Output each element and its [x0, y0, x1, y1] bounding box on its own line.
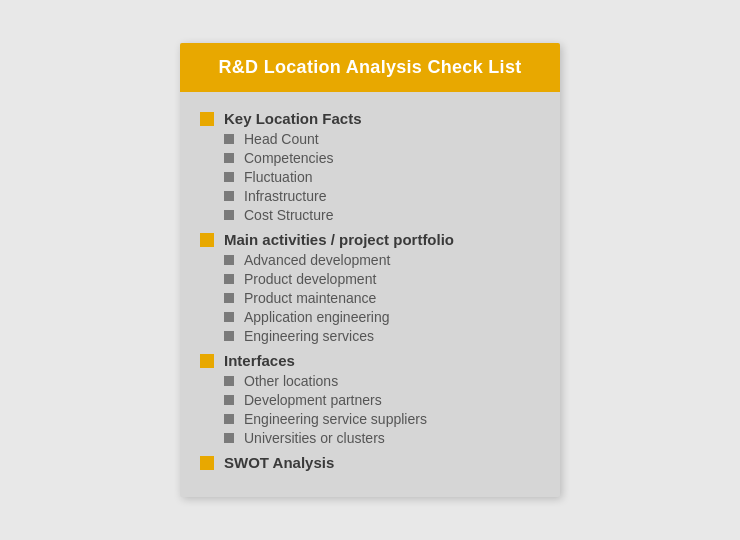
section-header-interfaces: Interfaces: [200, 352, 540, 369]
section-main-activities: Main activities / project portfolioAdvan…: [200, 231, 540, 344]
list-item: Engineering services: [224, 328, 540, 344]
bullet-icon: [224, 191, 234, 201]
list-item: Advanced development: [224, 252, 540, 268]
list-item: Cost Structure: [224, 207, 540, 223]
bullet-icon: [224, 312, 234, 322]
page-title: R&D Location Analysis Check List: [219, 57, 522, 77]
bullet-icon: [224, 395, 234, 405]
list-item: Product maintenance: [224, 290, 540, 306]
card-header: R&D Location Analysis Check List: [180, 43, 560, 92]
list-item-label: Universities or clusters: [244, 430, 385, 446]
section-header-key-location-facts: Key Location Facts: [200, 110, 540, 127]
bullet-icon: [224, 274, 234, 284]
list-item-label: Product maintenance: [244, 290, 376, 306]
sub-items-interfaces: Other locationsDevelopment partnersEngin…: [224, 373, 540, 446]
section-key-location-facts: Key Location FactsHead CountCompetencies…: [200, 110, 540, 223]
section-header-main-activities: Main activities / project portfolio: [200, 231, 540, 248]
list-item: Universities or clusters: [224, 430, 540, 446]
checklist-card: R&D Location Analysis Check List Key Loc…: [180, 43, 560, 497]
list-item: Infrastructure: [224, 188, 540, 204]
list-item-label: Engineering service suppliers: [244, 411, 427, 427]
list-item: Fluctuation: [224, 169, 540, 185]
list-item: Development partners: [224, 392, 540, 408]
list-item-label: Development partners: [244, 392, 382, 408]
section-title-swot-analysis: SWOT Analysis: [224, 454, 334, 471]
list-item-label: Cost Structure: [244, 207, 333, 223]
list-item: Engineering service suppliers: [224, 411, 540, 427]
sub-items-main-activities: Advanced developmentProduct developmentP…: [224, 252, 540, 344]
section-interfaces: InterfacesOther locationsDevelopment par…: [200, 352, 540, 446]
list-item: Competencies: [224, 150, 540, 166]
section-icon-main-activities: [200, 233, 214, 247]
bullet-icon: [224, 172, 234, 182]
bullet-icon: [224, 293, 234, 303]
list-item-label: Advanced development: [244, 252, 390, 268]
list-item-label: Product development: [244, 271, 376, 287]
list-item: Application engineering: [224, 309, 540, 325]
section-icon-swot-analysis: [200, 456, 214, 470]
list-item-label: Competencies: [244, 150, 334, 166]
list-item: Product development: [224, 271, 540, 287]
list-item-label: Engineering services: [244, 328, 374, 344]
bullet-icon: [224, 134, 234, 144]
list-item-label: Infrastructure: [244, 188, 326, 204]
bullet-icon: [224, 153, 234, 163]
list-item-label: Other locations: [244, 373, 338, 389]
bullet-icon: [224, 433, 234, 443]
list-item: Head Count: [224, 131, 540, 147]
bullet-icon: [224, 255, 234, 265]
section-title-interfaces: Interfaces: [224, 352, 295, 369]
list-item: Other locations: [224, 373, 540, 389]
bullet-icon: [224, 414, 234, 424]
section-header-swot-analysis: SWOT Analysis: [200, 454, 540, 471]
bullet-icon: [224, 331, 234, 341]
bullet-icon: [224, 376, 234, 386]
list-item-label: Application engineering: [244, 309, 390, 325]
bullet-icon: [224, 210, 234, 220]
section-icon-key-location-facts: [200, 112, 214, 126]
section-icon-interfaces: [200, 354, 214, 368]
card-body: Key Location FactsHead CountCompetencies…: [180, 92, 560, 497]
section-swot-analysis: SWOT Analysis: [200, 454, 540, 471]
list-item-label: Head Count: [244, 131, 319, 147]
section-title-key-location-facts: Key Location Facts: [224, 110, 362, 127]
section-title-main-activities: Main activities / project portfolio: [224, 231, 454, 248]
sub-items-key-location-facts: Head CountCompetenciesFluctuationInfrast…: [224, 131, 540, 223]
list-item-label: Fluctuation: [244, 169, 312, 185]
